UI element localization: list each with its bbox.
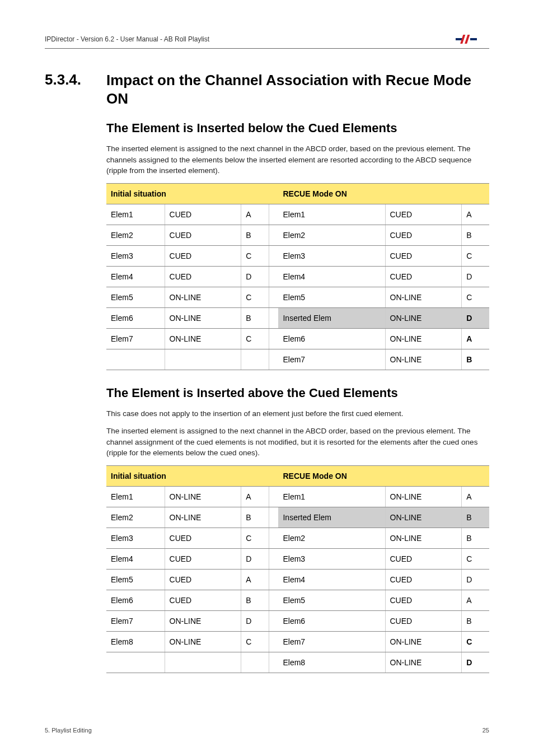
cell: B: [241, 307, 269, 328]
page-header: IPDirector - Version 6.2 - User Manual -…: [45, 34, 489, 49]
cell: ON-LINE: [385, 528, 462, 548]
table-row: Elem3CUEDCElem3CUEDC: [106, 245, 489, 266]
cell-spacer: [269, 610, 279, 631]
cell: Elem2: [106, 507, 165, 528]
cell: ON-LINE: [385, 507, 462, 528]
th-initial: Initial situation: [106, 183, 269, 204]
cell: B: [241, 590, 269, 610]
cell: Elem3: [106, 245, 165, 266]
cell: ON-LINE: [385, 486, 462, 507]
cell: Elem8: [106, 631, 165, 652]
cell: D: [241, 548, 269, 569]
subheading-below: The Element is Inserted below the Cued E…: [106, 121, 489, 136]
cell: B: [241, 225, 269, 245]
cell: C: [241, 328, 269, 349]
cell: A: [462, 328, 489, 349]
cell: [106, 652, 165, 673]
cell: Elem1: [106, 486, 165, 507]
table-row: Elem8ON-LINED: [106, 652, 489, 673]
cell: D: [462, 307, 489, 328]
cell-spacer: [269, 486, 279, 507]
evs-logo-icon: [456, 34, 489, 45]
cell: Elem1: [278, 486, 385, 507]
svg-rect-0: [456, 38, 462, 40]
cell: ON-LINE: [385, 307, 462, 328]
cell-spacer: [269, 328, 279, 349]
cell: Elem2: [106, 225, 165, 245]
cell: ON-LINE: [165, 307, 241, 328]
cell: Elem6: [106, 590, 165, 610]
cell: Elem1: [106, 204, 165, 225]
cell: Elem6: [106, 307, 165, 328]
cell: [106, 349, 165, 370]
cell: CUED: [165, 245, 241, 266]
table-row: Elem6ON-LINEBInserted ElemON-LINED: [106, 307, 489, 328]
cell-spacer: [269, 349, 279, 370]
cell: Inserted Elem: [278, 507, 385, 528]
th-spacer: [269, 183, 279, 204]
cell: ON-LINE: [385, 287, 462, 307]
cell: [241, 652, 269, 673]
cell: C: [462, 287, 489, 307]
cell-spacer: [269, 548, 279, 569]
cell: B: [462, 349, 489, 370]
cell: ON-LINE: [165, 507, 241, 528]
svg-rect-3: [470, 38, 477, 40]
cell: A: [462, 204, 489, 225]
table-above: Initial situation RECUE Mode ON Elem1ON-…: [106, 465, 489, 673]
cell: B: [462, 225, 489, 245]
th-spacer-2: [269, 465, 279, 486]
table-row: Elem7ON-LINEDElem6CUEDB: [106, 610, 489, 631]
cell: Elem3: [278, 245, 385, 266]
cell: C: [241, 631, 269, 652]
section-number: 5.3.4.: [45, 71, 90, 88]
cell: ON-LINE: [165, 328, 241, 349]
cell: ON-LINE: [165, 486, 241, 507]
cell: D: [462, 266, 489, 287]
cell: Elem6: [278, 610, 385, 631]
cell: CUED: [165, 528, 241, 548]
footer-page-number: 25: [483, 727, 489, 734]
cell: CUED: [385, 204, 462, 225]
cell: ON-LINE: [165, 610, 241, 631]
cell: C: [462, 548, 489, 569]
doc-title: IPDirector - Version 6.2 - User Manual -…: [45, 35, 209, 43]
cell: CUED: [165, 569, 241, 590]
table-row: Elem1CUEDAElem1CUEDA: [106, 204, 489, 225]
cell: ON-LINE: [165, 631, 241, 652]
cell: Elem7: [278, 349, 385, 370]
cell: Elem8: [278, 652, 385, 673]
svg-rect-2: [465, 35, 470, 44]
cell-spacer: [269, 245, 279, 266]
cell: CUED: [165, 266, 241, 287]
footer-left: 5. Playlist Editing: [45, 727, 92, 734]
cell-spacer: [269, 528, 279, 548]
cell: Elem7: [106, 610, 165, 631]
cell: CUED: [385, 266, 462, 287]
page-footer: 5. Playlist Editing 25: [45, 727, 489, 734]
cell-spacer: [269, 569, 279, 590]
cell: CUED: [165, 548, 241, 569]
cell: CUED: [385, 610, 462, 631]
paragraph-above-1: This case does not apply to the insertio…: [106, 408, 489, 419]
cell: ON-LINE: [385, 652, 462, 673]
cell: Elem4: [278, 266, 385, 287]
cell: C: [241, 245, 269, 266]
cell: Elem3: [278, 548, 385, 569]
cell-spacer: [269, 266, 279, 287]
table-row: Elem4CUEDDElem3CUEDC: [106, 548, 489, 569]
cell: ON-LINE: [385, 349, 462, 370]
cell: C: [462, 245, 489, 266]
cell-spacer: [269, 590, 279, 610]
paragraph-below: The inserted element is assigned to the …: [106, 143, 489, 176]
cell: B: [462, 507, 489, 528]
cell-spacer: [269, 225, 279, 245]
cell: C: [241, 528, 269, 548]
cell: CUED: [385, 225, 462, 245]
table-row: Elem3CUEDCElem2ON-LINEB: [106, 528, 489, 548]
cell: Elem5: [278, 287, 385, 307]
cell: Elem3: [106, 528, 165, 548]
cell: CUED: [385, 548, 462, 569]
cell: D: [462, 652, 489, 673]
cell: A: [241, 204, 269, 225]
